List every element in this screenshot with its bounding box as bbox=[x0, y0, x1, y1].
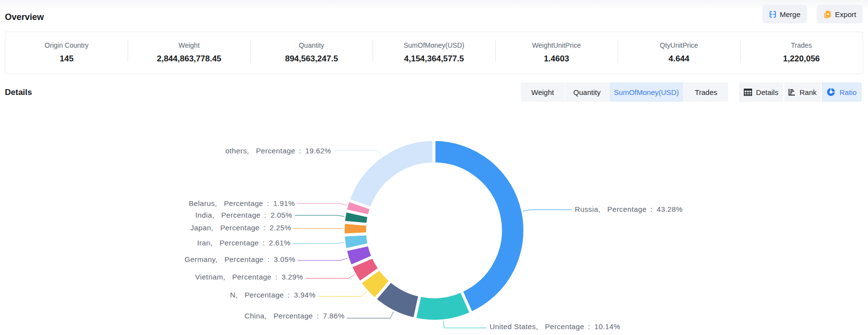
svg-text:others,Percentage:19.62%: others,Percentage:19.62% bbox=[226, 147, 331, 155]
svg-text:China,Percentage:7.86%: China,Percentage:7.86% bbox=[245, 312, 345, 320]
svg-text:Japan,Percentage:2.25%: Japan,Percentage:2.25% bbox=[190, 223, 291, 232]
svg-text:N,Percentage:3.94%: N,Percentage:3.94% bbox=[230, 291, 316, 299]
svg-text:Germany,Percentage:3.05%: Germany,Percentage:3.05% bbox=[185, 255, 296, 263]
svg-text:India,Percentage:2.05%: India,Percentage:2.05% bbox=[195, 211, 292, 219]
svg-text:Belarus,Percentage:1.91%: Belarus,Percentage:1.91% bbox=[189, 199, 295, 207]
svg-text:Russia,Percentage:43.28%: Russia,Percentage:43.28% bbox=[575, 205, 682, 213]
svg-text:Vietnam,Percentage:3.29%: Vietnam,Percentage:3.29% bbox=[195, 273, 303, 281]
svg-text:United States,Percentage:10.14: United States,Percentage:10.14% bbox=[490, 322, 620, 331]
svg-text:Iran,Percentage:2.61%: Iran,Percentage:2.61% bbox=[197, 239, 291, 247]
